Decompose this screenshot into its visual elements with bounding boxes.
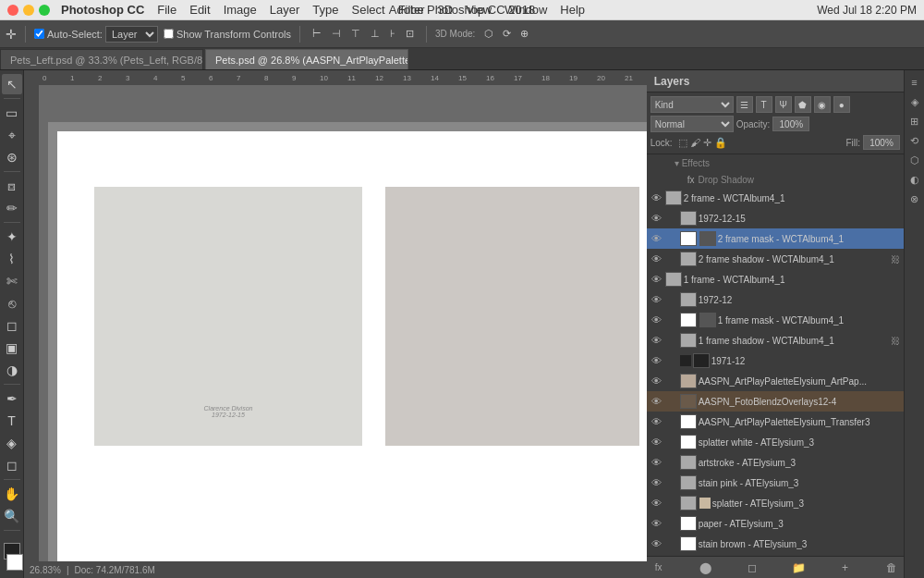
layer-vis-icon[interactable]: 👁 <box>650 375 663 387</box>
layer-vis-icon[interactable]: 👁 <box>650 497 663 510</box>
align-left-btn[interactable]: ⊢ <box>309 26 325 42</box>
layer-item[interactable]: 👁 1972-12 <box>647 289 904 310</box>
move-tool-icon[interactable]: ✛ <box>6 27 17 42</box>
lock-position-icon[interactable]: ✛ <box>703 137 711 149</box>
move-tool[interactable]: ↖ <box>2 74 22 94</box>
layer-item[interactable]: 👁 stain white - ATElysium_3 <box>647 554 904 556</box>
layer-vis-icon[interactable]: 👁 <box>650 537 663 550</box>
3d-btn-3[interactable]: ⊕ <box>517 26 532 42</box>
panel-icon-1[interactable]: ≡ <box>906 74 923 91</box>
text-tool[interactable]: T <box>2 411 22 431</box>
rectangle-select-tool[interactable]: ▭ <box>2 103 22 123</box>
hand-tool[interactable]: ✋ <box>2 484 22 504</box>
layer-item[interactable]: 👁 2 frame - WCTAlbum4_1 <box>647 188 904 208</box>
fx-button[interactable]: fx <box>650 560 667 576</box>
layer-vis-icon[interactable]: 👁 <box>650 252 663 265</box>
pen-tool[interactable]: ✒ <box>2 388 22 409</box>
menu-help[interactable]: Help <box>560 3 585 17</box>
layer-item[interactable]: 👁 stain brown - ATElysium_3 <box>647 534 904 554</box>
tab-pets-left[interactable]: Pets_Left.psd @ 33.3% (Pets_Left, RGB/8) <box>0 49 203 69</box>
layer-item[interactable]: 👁 1 frame - WCTAlbum4_1 <box>647 269 904 289</box>
layers-list[interactable]: ▾ Effects fx Drop Shadow 👁 2 frame - WCT… <box>647 154 904 556</box>
layer-vis-icon[interactable]: 👁 <box>650 232 663 245</box>
dodge-tool[interactable]: ◑ <box>2 360 22 380</box>
layer-item[interactable]: 👁 stain pink - ATElysium_3 <box>647 473 904 493</box>
align-center-v-btn[interactable]: ⊦ <box>386 26 399 42</box>
layer-filter-active-btn[interactable]: ● <box>833 96 850 113</box>
autoselect-select[interactable]: Layer Group <box>105 26 158 43</box>
3d-btn-1[interactable]: ⬡ <box>480 26 497 42</box>
3d-btn-2[interactable]: ⟳ <box>499 26 515 42</box>
clone-tool[interactable]: ✄ <box>2 271 22 291</box>
layer-item[interactable]: 👁 paper - ATElysium_3 <box>647 513 904 534</box>
layer-vis-icon[interactable]: 👁 <box>650 436 663 449</box>
show-transform-checkbox[interactable]: Show Transform Controls <box>164 29 291 40</box>
menu-image[interactable]: Image <box>224 3 257 17</box>
layer-filter-shape-btn[interactable]: ⬟ <box>795 96 811 113</box>
layer-item[interactable]: 👁 artstroke - ATElysium_3 <box>647 452 904 473</box>
fullscreen-button[interactable] <box>39 5 50 16</box>
layer-item[interactable]: 👁 1971-12 <box>647 350 904 371</box>
minimize-button[interactable] <box>23 5 34 16</box>
panel-icon-7[interactable]: ⊗ <box>906 191 923 207</box>
panel-icon-6[interactable]: ◐ <box>906 171 923 188</box>
eraser-tool[interactable]: ◻ <box>2 315 22 336</box>
layer-vis-icon[interactable]: 👁 <box>650 273 663 286</box>
align-center-h-btn[interactable]: ⊣ <box>328 26 345 42</box>
panel-icon-2[interactable]: ◈ <box>906 93 923 110</box>
add-adjustment-button[interactable]: ⬤ <box>697 560 713 576</box>
layer-item[interactable]: 👁 1 frame shadow - WCTAlbum4_1 ⛓ <box>647 330 904 350</box>
menu-file[interactable]: File <box>157 3 176 17</box>
layer-item[interactable]: 👁 splatter white - ATElysium_3 <box>647 432 904 452</box>
layer-vis-icon[interactable]: 👁 <box>650 354 663 367</box>
crop-tool[interactable]: ⧈ <box>2 176 22 196</box>
layer-vis-icon[interactable]: 👁 <box>650 293 663 306</box>
layer-vis-icon[interactable]: 👁 <box>650 456 663 469</box>
layer-vis-icon[interactable]: 👁 <box>650 476 663 489</box>
align-top-btn[interactable]: ⊥ <box>367 26 383 42</box>
autoselect-checkbox[interactable]: Auto-Select: Layer Group <box>34 26 158 43</box>
canvas-scroll[interactable]: Clarence Divison 1972-12-15 <box>39 85 647 561</box>
fill-input[interactable] <box>863 135 900 150</box>
panel-icon-5[interactable]: ⬡ <box>906 152 923 168</box>
gradient-tool[interactable]: ▣ <box>2 338 22 358</box>
panel-icon-4[interactable]: ⟲ <box>906 132 923 149</box>
quick-select-tool[interactable]: ⊛ <box>2 147 22 167</box>
history-tool[interactable]: ⎋ <box>2 293 22 314</box>
lasso-tool[interactable]: ⌖ <box>2 125 22 145</box>
background-color[interactable] <box>6 554 23 571</box>
layer-item[interactable]: 👁 AASPN_ArtPlayPaletteElysium_Transfer3 <box>647 412 904 432</box>
layer-item[interactable]: 👁 splatter - ATElysium_3 <box>647 493 904 513</box>
layer-vis-icon[interactable]: 👁 <box>650 517 663 530</box>
layer-item-selected[interactable]: 👁 2 frame mask - WCTAlbum4_1 <box>647 228 904 249</box>
layer-item-highlighted[interactable]: 👁 AASPN_FotoBlendzOverlays12-4 <box>647 391 904 412</box>
layer-vis-icon[interactable]: 👁 <box>650 212 663 225</box>
healing-tool[interactable]: ✦ <box>2 227 22 247</box>
align-bottom-btn[interactable]: ⊡ <box>402 26 418 42</box>
layer-vis-icon[interactable]: 👁 <box>650 415 663 428</box>
eyedropper-tool[interactable]: ✏ <box>2 198 22 218</box>
layer-item[interactable]: 👁 1 frame mask - WCTAlbum4_1 <box>647 310 904 330</box>
opacity-input[interactable] <box>772 117 809 131</box>
add-group-button[interactable]: 📁 <box>790 560 807 576</box>
layer-filter-smart-btn[interactable]: ◉ <box>814 96 831 113</box>
path-select-tool[interactable]: ◈ <box>2 433 22 453</box>
zoom-tool[interactable]: 🔍 <box>2 506 22 526</box>
brush-tool[interactable]: ⌇ <box>2 249 22 269</box>
menu-edit[interactable]: Edit <box>189 3 210 17</box>
layer-item[interactable]: 👁 2 frame shadow - WCTAlbum4_1 ⛓ <box>647 249 904 269</box>
menu-type[interactable]: Type <box>312 3 338 17</box>
lock-pixels-icon[interactable]: 🖌 <box>690 137 700 148</box>
lock-transparent-icon[interactable]: ⬚ <box>678 137 687 149</box>
add-layer-button[interactable]: + <box>836 560 853 576</box>
close-button[interactable] <box>7 5 18 16</box>
delete-layer-button[interactable]: 🗑 <box>883 560 900 576</box>
layer-filter-pixel-btn[interactable]: ☰ <box>736 96 753 113</box>
layer-item[interactable]: 👁 AASPN_ArtPlayPaletteElysium_ArtPap... <box>647 371 904 391</box>
layers-blend-select[interactable]: Normal <box>650 116 734 132</box>
layer-vis-icon[interactable]: 👁 <box>650 334 663 347</box>
shape-tool[interactable]: ◻ <box>2 455 22 475</box>
menu-photoshop[interactable]: Photoshop CC <box>61 3 144 17</box>
layer-item[interactable]: 👁 1972-12-15 <box>647 208 904 228</box>
layer-filter-adjust-btn[interactable]: T <box>756 96 772 113</box>
